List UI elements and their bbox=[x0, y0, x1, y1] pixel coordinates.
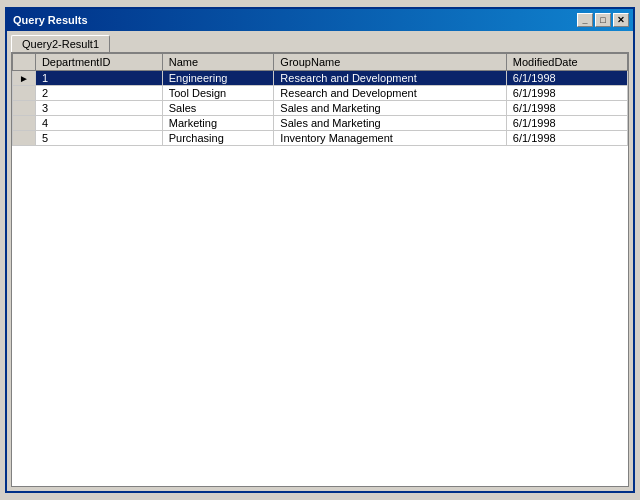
cell-groupname: Research and Development bbox=[274, 86, 506, 101]
table-row[interactable]: ►1EngineeringResearch and Development6/1… bbox=[13, 71, 628, 86]
row-indicator: ► bbox=[13, 71, 36, 86]
col-header-departmentid: DepartmentID bbox=[35, 54, 162, 71]
cell-department-id: 3 bbox=[35, 101, 162, 116]
cell-modified-date: 6/1/1998 bbox=[506, 101, 627, 116]
table-row[interactable]: 3SalesSales and Marketing6/1/1998 bbox=[13, 101, 628, 116]
cell-name: Tool Design bbox=[162, 86, 274, 101]
cell-modified-date: 6/1/1998 bbox=[506, 131, 627, 146]
cell-groupname: Sales and Marketing bbox=[274, 101, 506, 116]
maximize-button[interactable]: □ bbox=[595, 13, 611, 27]
col-header-modifieddate: ModifiedDate bbox=[506, 54, 627, 71]
cell-department-id: 2 bbox=[35, 86, 162, 101]
close-button[interactable]: ✕ bbox=[613, 13, 629, 27]
window-title: Query Results bbox=[11, 14, 88, 26]
query-results-window: Query Results _ □ ✕ Query2-Result1 Depar… bbox=[5, 7, 635, 493]
table-row[interactable]: 2Tool DesignResearch and Development6/1/… bbox=[13, 86, 628, 101]
table-row[interactable]: 5PurchasingInventory Management6/1/1998 bbox=[13, 131, 628, 146]
cell-groupname: Research and Development bbox=[274, 71, 506, 86]
row-indicator bbox=[13, 116, 36, 131]
table-row[interactable]: 4MarketingSales and Marketing6/1/1998 bbox=[13, 116, 628, 131]
tab-bar: Query2-Result1 bbox=[11, 35, 629, 52]
cell-modified-date: 6/1/1998 bbox=[506, 116, 627, 131]
cell-modified-date: 6/1/1998 bbox=[506, 86, 627, 101]
cell-name: Marketing bbox=[162, 116, 274, 131]
cell-groupname: Inventory Management bbox=[274, 131, 506, 146]
table-header-row: DepartmentID Name GroupName ModifiedDate bbox=[13, 54, 628, 71]
cell-modified-date: 6/1/1998 bbox=[506, 71, 627, 86]
row-indicator bbox=[13, 101, 36, 116]
query-result-tab[interactable]: Query2-Result1 bbox=[11, 35, 110, 52]
results-table: DepartmentID Name GroupName ModifiedDate… bbox=[12, 53, 628, 146]
tab-content: DepartmentID Name GroupName ModifiedDate… bbox=[11, 52, 629, 487]
row-indicator bbox=[13, 131, 36, 146]
minimize-button[interactable]: _ bbox=[577, 13, 593, 27]
window-content: Query2-Result1 DepartmentID Name GroupNa… bbox=[7, 31, 633, 491]
col-header-groupname: GroupName bbox=[274, 54, 506, 71]
cell-department-id: 1 bbox=[35, 71, 162, 86]
title-bar: Query Results _ □ ✕ bbox=[7, 9, 633, 31]
row-indicator-header bbox=[13, 54, 36, 71]
cell-groupname: Sales and Marketing bbox=[274, 116, 506, 131]
cell-department-id: 5 bbox=[35, 131, 162, 146]
cell-name: Purchasing bbox=[162, 131, 274, 146]
col-header-name: Name bbox=[162, 54, 274, 71]
window-controls: _ □ ✕ bbox=[577, 13, 629, 27]
cell-name: Sales bbox=[162, 101, 274, 116]
row-indicator bbox=[13, 86, 36, 101]
cell-name: Engineering bbox=[162, 71, 274, 86]
cell-department-id: 4 bbox=[35, 116, 162, 131]
